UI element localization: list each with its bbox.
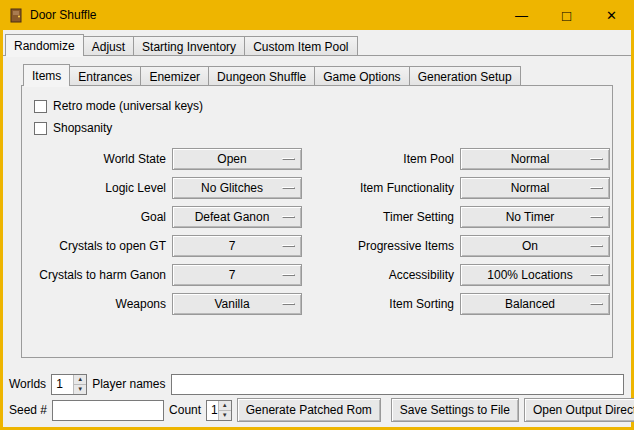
tab-randomize[interactable]: Randomize xyxy=(5,34,84,56)
dropdown-indicator-icon xyxy=(590,158,603,160)
tab-generation-setup[interactable]: Generation Setup xyxy=(409,66,521,86)
spin-up-icon[interactable]: ▲ xyxy=(219,401,231,411)
goal-dropdown[interactable]: Defeat Ganon xyxy=(172,206,302,228)
tab-entrances[interactable]: Entrances xyxy=(69,66,141,86)
crystals-harm-ganon-dropdown[interactable]: 7 xyxy=(172,264,302,286)
seed-label: Seed # xyxy=(9,403,47,417)
dropdown-indicator-icon xyxy=(282,303,295,305)
logic-level-dropdown[interactable]: No Glitches xyxy=(172,177,302,199)
item-sorting-value: Balanced xyxy=(505,297,565,311)
items-tab-pane: Retro mode (universal keys) Shopsanity W… xyxy=(21,86,613,358)
field-grid: World State Open Item Pool Normal Logic … xyxy=(28,148,606,315)
world-state-dropdown[interactable]: Open xyxy=(172,148,302,170)
titlebar: Door Shuffle — □ ✕ xyxy=(0,0,634,30)
player-names-input[interactable] xyxy=(171,374,625,395)
shopsanity-checkbox[interactable] xyxy=(34,122,47,135)
item-sorting-label: Item Sorting xyxy=(308,297,454,311)
dropdown-indicator-icon xyxy=(282,187,295,189)
seed-input[interactable] xyxy=(52,400,164,421)
spin-down-icon[interactable]: ▼ xyxy=(219,410,231,420)
window-controls: — □ ✕ xyxy=(499,0,634,30)
inner-tab-bar: Items Entrances Enemizer Dungeon Shuffle… xyxy=(21,64,613,86)
save-settings-button[interactable]: Save Settings to File xyxy=(391,398,519,422)
accessibility-dropdown[interactable]: 100% Locations xyxy=(460,264,610,286)
dropdown-indicator-icon xyxy=(590,303,603,305)
generate-patched-rom-button[interactable]: Generate Patched Rom xyxy=(237,398,381,422)
outer-tab-bar: Randomize Adjust Starting Inventory Cust… xyxy=(3,30,631,56)
world-state-label: World State xyxy=(28,152,166,166)
app-icon xyxy=(8,7,24,23)
crystals-harm-ganon-label: Crystals to harm Ganon xyxy=(28,268,166,282)
logic-level-label: Logic Level xyxy=(28,181,166,195)
count-label: Count xyxy=(169,403,201,417)
timer-setting-dropdown[interactable]: No Timer xyxy=(460,206,610,228)
dropdown-indicator-icon xyxy=(590,245,603,247)
goal-label: Goal xyxy=(28,210,166,224)
item-functionality-value: Normal xyxy=(511,181,560,195)
player-names-label: Player names xyxy=(92,377,165,391)
worlds-row: Worlds 1 ▲ ▼ Player names xyxy=(9,373,624,395)
retro-mode-label: Retro mode (universal keys) xyxy=(53,99,203,113)
item-pool-label: Item Pool xyxy=(308,152,454,166)
goal-value: Defeat Ganon xyxy=(195,210,280,224)
worlds-spin-arrows: ▲ ▼ xyxy=(73,375,86,394)
tab-dungeon-shuffle[interactable]: Dungeon Shuffle xyxy=(208,66,315,86)
dropdown-indicator-icon xyxy=(282,216,295,218)
shopsanity-label: Shopsanity xyxy=(53,121,112,135)
minimize-button[interactable]: — xyxy=(499,0,544,30)
tab-custom-item-pool[interactable]: Custom Item Pool xyxy=(244,36,357,56)
close-button[interactable]: ✕ xyxy=(589,0,634,30)
weapons-value: Vanilla xyxy=(214,297,259,311)
minimize-icon: — xyxy=(515,8,528,23)
item-pool-value: Normal xyxy=(511,152,560,166)
dropdown-indicator-icon xyxy=(282,158,295,160)
progressive-items-value: On xyxy=(522,239,548,253)
maximize-button[interactable]: □ xyxy=(544,0,589,30)
dropdown-indicator-icon xyxy=(282,245,295,247)
item-sorting-dropdown[interactable]: Balanced xyxy=(460,293,610,315)
crystals-open-gt-label: Crystals to open GT xyxy=(28,239,166,253)
worlds-value: 1 xyxy=(52,375,73,394)
tab-starting-inventory[interactable]: Starting Inventory xyxy=(133,36,245,56)
worlds-label: Worlds xyxy=(9,377,46,391)
spin-up-icon[interactable]: ▲ xyxy=(74,375,86,385)
crystals-open-gt-value: 7 xyxy=(229,239,246,253)
item-functionality-label: Item Functionality xyxy=(308,181,454,195)
dropdown-indicator-icon xyxy=(590,187,603,189)
tab-items[interactable]: Items xyxy=(23,64,70,86)
accessibility-label: Accessibility xyxy=(308,268,454,282)
progressive-items-label: Progressive Items xyxy=(308,239,454,253)
worlds-spinbox[interactable]: 1 ▲ ▼ xyxy=(51,374,87,395)
open-output-directory-button[interactable]: Open Output Directory xyxy=(524,398,634,422)
item-pool-dropdown[interactable]: Normal xyxy=(460,148,610,170)
shopsanity-row: Shopsanity xyxy=(34,118,606,138)
seed-row: Seed # Count 1 ▲ ▼ Generate Patched Rom … xyxy=(9,398,624,422)
progressive-items-dropdown[interactable]: On xyxy=(460,235,610,257)
crystals-harm-ganon-value: 7 xyxy=(229,268,246,282)
world-state-value: Open xyxy=(217,152,256,166)
retro-mode-checkbox[interactable] xyxy=(34,100,47,113)
weapons-dropdown[interactable]: Vanilla xyxy=(172,293,302,315)
tab-adjust[interactable]: Adjust xyxy=(83,36,134,56)
logic-level-value: No Glitches xyxy=(201,181,273,195)
door-shuffle-window: Door Shuffle — □ ✕ Randomize Adjust Star… xyxy=(0,0,634,430)
count-spinbox[interactable]: 1 ▲ ▼ xyxy=(206,400,232,421)
maximize-icon: □ xyxy=(562,7,571,24)
timer-setting-label: Timer Setting xyxy=(308,210,454,224)
window-body: Randomize Adjust Starting Inventory Cust… xyxy=(3,30,631,427)
dropdown-indicator-icon xyxy=(590,216,603,218)
window-title: Door Shuffle xyxy=(30,8,499,22)
weapons-label: Weapons xyxy=(28,297,166,311)
dropdown-indicator-icon xyxy=(590,274,603,276)
dropdown-indicator-icon xyxy=(282,274,295,276)
count-value: 1 xyxy=(207,401,218,420)
item-functionality-dropdown[interactable]: Normal xyxy=(460,177,610,199)
tab-enemizer[interactable]: Enemizer xyxy=(140,66,209,86)
crystals-open-gt-dropdown[interactable]: 7 xyxy=(172,235,302,257)
tab-game-options[interactable]: Game Options xyxy=(314,66,409,86)
spin-down-icon[interactable]: ▼ xyxy=(74,384,86,394)
inner-notebook: Items Entrances Enemizer Dungeon Shuffle… xyxy=(21,64,613,358)
timer-setting-value: No Timer xyxy=(506,210,565,224)
retro-mode-row: Retro mode (universal keys) xyxy=(34,96,606,116)
accessibility-value: 100% Locations xyxy=(487,268,582,282)
